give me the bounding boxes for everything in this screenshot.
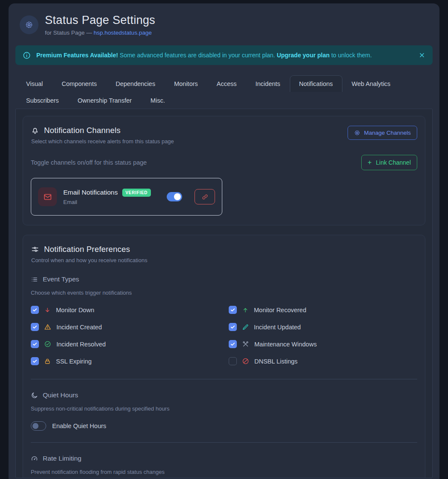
gear-icon — [354, 130, 360, 136]
check-circle-icon — [44, 340, 51, 348]
premium-banner: Premium Features Available! Some advance… — [15, 45, 433, 65]
manage-channels-button[interactable]: Manage Channels — [348, 126, 417, 140]
notifications-tab-content: Notification Channels Select which chann… — [15, 109, 433, 478]
section-divider — [31, 379, 417, 379]
event-monitor-down[interactable]: Monitor Down — [31, 304, 229, 316]
upgrade-plan-link[interactable]: Upgrade your plan — [277, 52, 330, 59]
preferences-subtitle: Control when and how you receive notific… — [31, 257, 417, 263]
gear-icon — [25, 21, 33, 29]
checkbox-checked[interactable] — [31, 340, 39, 348]
toggle-channels-hint: Toggle channels on/off for this status p… — [31, 159, 147, 166]
tab-incidents[interactable]: Incidents — [246, 75, 290, 92]
section-divider — [31, 442, 417, 443]
lock-icon — [44, 358, 51, 365]
channel-name: Email Notifications — [63, 189, 118, 196]
tools-icon — [242, 340, 249, 348]
gear-badge — [20, 15, 38, 34]
email-channel-toggle[interactable] — [167, 192, 182, 201]
page-header: Status Page Settings for Status Page — h… — [15, 14, 433, 38]
preferences-title: Notification Preferences — [44, 245, 130, 254]
checkbox-checked[interactable] — [229, 306, 237, 314]
sliders-icon — [31, 245, 39, 254]
warning-icon — [44, 323, 51, 331]
tab-ownership-transfer[interactable]: Ownership Transfer — [68, 92, 141, 109]
info-icon — [23, 51, 31, 59]
settings-page: Status Page Settings for Status Page — h… — [9, 3, 439, 479]
status-page-link[interactable]: hsp.hostedstatus.page — [94, 30, 152, 36]
tab-notifications[interactable]: Notifications — [290, 75, 342, 92]
checkbox-checked[interactable] — [229, 340, 237, 348]
list-icon — [31, 276, 38, 283]
tab-web-analytics[interactable]: Web Analytics — [342, 75, 400, 92]
page-title: Status Page Settings — [45, 14, 155, 27]
notification-channels-panel: Notification Channels Select which chann… — [23, 116, 425, 225]
email-channel-avatar — [38, 187, 57, 206]
event-incident-created[interactable]: Incident Created — [31, 321, 229, 333]
tab-visual[interactable]: Visual — [17, 75, 52, 92]
event-monitor-recovered[interactable]: Monitor Recovered — [229, 304, 427, 316]
channels-subtitle: Select which channels receive alerts fro… — [31, 138, 174, 145]
event-types-grid: Monitor Down Monitor Recovered Incident … — [31, 304, 427, 367]
link-icon — [202, 194, 208, 200]
tab-components[interactable]: Components — [52, 75, 106, 92]
arrow-down-icon — [44, 307, 51, 313]
event-ssl-expiring[interactable]: SSL Expiring — [31, 355, 229, 367]
arrow-up-icon — [242, 307, 249, 313]
verified-badge: VERIFIED — [122, 189, 151, 197]
envelope-icon — [43, 192, 52, 201]
checkbox-checked[interactable] — [31, 306, 39, 314]
email-channel-card: Email Notifications VERIFIED Email — [31, 178, 222, 216]
gauge-icon — [31, 455, 38, 462]
channels-title: Notification Channels — [44, 126, 121, 135]
event-dnsbl-listings[interactable]: DNSBL Listings — [229, 355, 427, 367]
rate-limiting-subtitle: Prevent notification flooding from rapid… — [31, 469, 417, 475]
tab-subscribers[interactable]: Subscribers — [17, 92, 68, 109]
quiet-hours-toggle-label: Enable Quiet Hours — [52, 423, 106, 429]
tab-misc[interactable]: Misc. — [141, 92, 174, 109]
notification-preferences-panel: Notification Preferences Control when an… — [23, 235, 425, 478]
tab-dependencies[interactable]: Dependencies — [106, 75, 165, 92]
event-incident-resolved[interactable]: Incident Resolved — [31, 338, 229, 350]
checkbox-checked[interactable] — [31, 323, 39, 331]
enable-quiet-hours-toggle[interactable] — [31, 421, 46, 431]
rate-limiting-heading: Rate Limiting — [31, 455, 417, 462]
pencil-icon — [242, 324, 249, 331]
plus-icon: + — [368, 159, 371, 166]
page-subtitle: for Status Page — hsp.hostedstatus.page — [45, 30, 155, 36]
toggle-knob — [174, 193, 181, 200]
tab-access[interactable]: Access — [207, 75, 246, 92]
toggle-knob — [32, 423, 38, 429]
checkbox-checked[interactable] — [229, 323, 237, 331]
tab-monitors[interactable]: Monitors — [165, 75, 207, 92]
close-icon[interactable] — [419, 52, 425, 59]
quiet-hours-subtitle: Suppress non-critical notifications duri… — [31, 405, 417, 412]
event-types-heading: Event Types — [31, 275, 417, 283]
unlink-channel-button[interactable] — [195, 189, 215, 204]
checkbox-checked[interactable] — [31, 357, 39, 365]
banner-text: Premium Features Available! Some advance… — [36, 52, 413, 59]
event-maintenance-windows[interactable]: Maintenance Windows — [229, 338, 427, 350]
link-channel-button[interactable]: + Link Channel — [361, 155, 417, 170]
moon-icon — [31, 392, 38, 399]
checkbox-unchecked[interactable] — [229, 357, 237, 365]
event-types-subtitle: Choose which events trigger notification… — [31, 290, 417, 296]
ban-icon — [242, 358, 249, 365]
bell-icon — [31, 126, 39, 135]
event-incident-updated[interactable]: Incident Updated — [229, 321, 427, 333]
channel-type: Email — [63, 199, 160, 205]
quiet-hours-heading: Quiet Hours — [31, 391, 417, 399]
settings-tabs: Visual Components Dependencies Monitors … — [15, 75, 417, 109]
